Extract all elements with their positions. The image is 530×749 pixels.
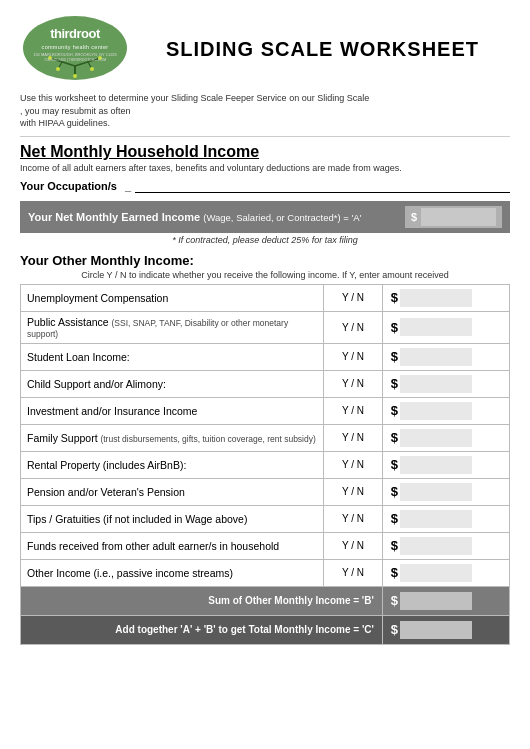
sum-amount-cell: $ bbox=[382, 586, 509, 615]
table-row: Student Loan Income: Y / N $ bbox=[21, 343, 510, 370]
earned-income-dollar-sign: $ bbox=[411, 211, 417, 223]
income-label-3: Child Support and/or Alimony: bbox=[27, 378, 166, 390]
amount-input-5[interactable] bbox=[400, 429, 472, 447]
sum-dollar-sign: $ bbox=[391, 593, 398, 608]
logo-image: thirdroot community health center 156 MA… bbox=[20, 14, 130, 82]
income-label-5: Family Support bbox=[27, 432, 98, 444]
amount-cell-5: $ bbox=[382, 424, 509, 451]
table-row: Funds received from other adult earner/s… bbox=[21, 532, 510, 559]
amount-input-6[interactable] bbox=[400, 456, 472, 474]
earned-income-row: Your Net Monthly Earned Income (Wage, Sa… bbox=[20, 201, 510, 233]
earned-income-field[interactable] bbox=[421, 208, 496, 226]
amount-input-0[interactable] bbox=[400, 289, 472, 307]
svg-text:community health center: community health center bbox=[42, 44, 109, 50]
dollar-sign-5: $ bbox=[391, 430, 398, 445]
table-row: Family Support (trust disbursements, gif… bbox=[21, 424, 510, 451]
sum-label: Sum of Other Monthly Income = 'B' bbox=[21, 586, 383, 615]
earned-income-text: Your Net Monthly Earned Income bbox=[28, 211, 200, 223]
yn-cell-2[interactable]: Y / N bbox=[324, 343, 383, 370]
income-label-cell-6: Rental Property (includes AirBnB): bbox=[21, 451, 324, 478]
svg-point-12 bbox=[73, 74, 77, 78]
amount-cell-2: $ bbox=[382, 343, 509, 370]
net-monthly-section: Net Monthly Household Income Income of a… bbox=[20, 143, 510, 245]
logo-area: thirdroot community health center 156 MA… bbox=[20, 14, 135, 84]
amount-cell-7: $ bbox=[382, 478, 509, 505]
total-row: Add together 'A' + 'B' to get Total Mont… bbox=[21, 615, 510, 644]
dollar-sign-7: $ bbox=[391, 484, 398, 499]
income-label-6: Rental Property (includes AirBnB): bbox=[27, 459, 186, 471]
total-amount-cell: $ bbox=[382, 615, 509, 644]
yn-cell-1[interactable]: Y / N bbox=[324, 311, 383, 343]
earned-income-label: Your Net Monthly Earned Income (Wage, Sa… bbox=[28, 211, 361, 223]
amount-input-8[interactable] bbox=[400, 510, 472, 528]
income-label-1: Public Assistance bbox=[27, 316, 109, 328]
other-income-instruction: Circle Y / N to indicate whether you rec… bbox=[20, 270, 510, 280]
yn-cell-6[interactable]: Y / N bbox=[324, 451, 383, 478]
table-row: Rental Property (includes AirBnB): Y / N… bbox=[21, 451, 510, 478]
occupation-input[interactable] bbox=[135, 179, 510, 193]
instructions-block: Use this worksheet to determine your Sli… bbox=[20, 92, 510, 130]
amount-cell-4: $ bbox=[382, 397, 509, 424]
yn-cell-7[interactable]: Y / N bbox=[324, 478, 383, 505]
section-title: Net Monthly Household Income bbox=[20, 143, 510, 161]
income-label-7: Pension and/or Veteran's Pension bbox=[27, 486, 185, 498]
income-label-cell-4: Investment and/or Insurance Income bbox=[21, 397, 324, 424]
total-input[interactable] bbox=[400, 621, 472, 639]
yn-cell-8[interactable]: Y / N bbox=[324, 505, 383, 532]
yn-cell-10[interactable]: Y / N bbox=[324, 559, 383, 586]
dollar-sign-2: $ bbox=[391, 349, 398, 364]
amount-input-4[interactable] bbox=[400, 402, 472, 420]
amount-cell-8: $ bbox=[382, 505, 509, 532]
table-row: Public Assistance (SSI, SNAP, TANF, Disa… bbox=[21, 311, 510, 343]
income-label-cell-3: Child Support and/or Alimony: bbox=[21, 370, 324, 397]
svg-point-10 bbox=[56, 67, 60, 71]
income-label-cell-5: Family Support (trust disbursements, gif… bbox=[21, 424, 324, 451]
yn-cell-4[interactable]: Y / N bbox=[324, 397, 383, 424]
amount-input-7[interactable] bbox=[400, 483, 472, 501]
dollar-sign-4: $ bbox=[391, 403, 398, 418]
dollar-sign-6: $ bbox=[391, 457, 398, 472]
yn-cell-9[interactable]: Y / N bbox=[324, 532, 383, 559]
amount-cell-6: $ bbox=[382, 451, 509, 478]
income-table: Unemployment Compensation Y / N $ Public… bbox=[20, 284, 510, 645]
amount-cell-0: $ bbox=[382, 284, 509, 311]
svg-point-11 bbox=[90, 67, 94, 71]
income-label-cell-2: Student Loan Income: bbox=[21, 343, 324, 370]
income-label-9: Funds received from other adult earner/s… bbox=[27, 540, 279, 552]
amount-cell-3: $ bbox=[382, 370, 509, 397]
yn-cell-5[interactable]: Y / N bbox=[324, 424, 383, 451]
income-label-8: Tips / Gratuities (if not included in Wa… bbox=[27, 513, 247, 525]
total-dollar-sign: $ bbox=[391, 622, 398, 637]
income-label-4: Investment and/or Insurance Income bbox=[27, 405, 197, 417]
income-label-cell-0: Unemployment Compensation bbox=[21, 284, 324, 311]
svg-text:thirdroot: thirdroot bbox=[50, 26, 101, 41]
yn-cell-3[interactable]: Y / N bbox=[324, 370, 383, 397]
sum-input[interactable] bbox=[400, 592, 472, 610]
income-label-0: Unemployment Compensation bbox=[27, 292, 168, 304]
svg-text:718-940-7400 | THIRDROOTCHC.CO: 718-940-7400 | THIRDROOTCHC.COM bbox=[44, 58, 106, 62]
amount-input-1[interactable] bbox=[400, 318, 472, 336]
income-label-10: Other Income (i.e., passive income strea… bbox=[27, 567, 233, 579]
instruction-line2: , you may resubmit as often bbox=[20, 105, 510, 118]
earned-income-input-group: $ bbox=[405, 206, 502, 228]
yn-cell-0[interactable]: Y / N bbox=[324, 284, 383, 311]
amount-input-9[interactable] bbox=[400, 537, 472, 555]
table-row: Other Income (i.e., passive income strea… bbox=[21, 559, 510, 586]
contracted-note: * If contracted, please deduct 25% for t… bbox=[20, 235, 510, 245]
page-title-area: SLIDING SCALE WORKSHEET bbox=[135, 38, 510, 61]
instruction-line3: with HIPAA guidelines. bbox=[20, 117, 510, 130]
amount-cell-1: $ bbox=[382, 311, 509, 343]
dollar-sign-10: $ bbox=[391, 565, 398, 580]
amount-cell-9: $ bbox=[382, 532, 509, 559]
total-label: Add together 'A' + 'B' to get Total Mont… bbox=[21, 615, 383, 644]
earned-income-suffix: (Wage, Salaried, or Contracted*) = 'A' bbox=[203, 212, 361, 223]
svg-text:156 MARLBOROUGH, BROOKLYN, NY : 156 MARLBOROUGH, BROOKLYN, NY 11226 bbox=[33, 52, 117, 57]
income-label-cell-7: Pension and/or Veteran's Pension bbox=[21, 478, 324, 505]
income-label-2: Student Loan Income: bbox=[27, 351, 130, 363]
amount-input-10[interactable] bbox=[400, 564, 472, 582]
table-row: Pension and/or Veteran's Pension Y / N $ bbox=[21, 478, 510, 505]
table-row: Child Support and/or Alimony: Y / N $ bbox=[21, 370, 510, 397]
amount-input-2[interactable] bbox=[400, 348, 472, 366]
amount-input-3[interactable] bbox=[400, 375, 472, 393]
occupation-label: Your Occupation/s bbox=[20, 180, 117, 192]
